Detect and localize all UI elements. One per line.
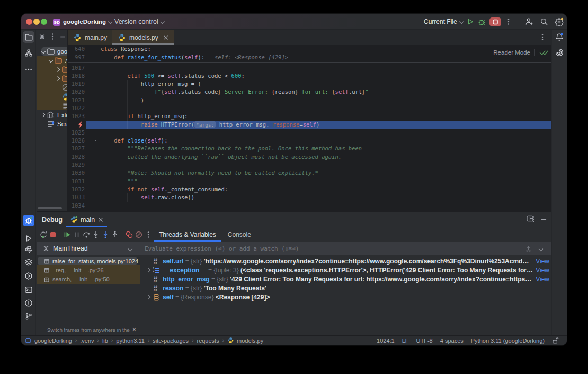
step-into-my-code-button[interactable]: [101, 230, 110, 239]
services-tool-button[interactable]: [23, 270, 34, 282]
variable-row-http_error_msg[interactable]: 1001http_error_msg = {str} '429 Client E…: [142, 274, 551, 283]
debug-tab-console[interactable]: Console: [222, 227, 257, 242]
frame-row[interactable]: _req, __init__.py:26: [37, 265, 140, 274]
variable-row-reason[interactable]: 1001reason = {str} 'Too Many Requests': [142, 284, 551, 293]
more-actions-button[interactable]: [504, 17, 513, 26]
tree-item[interactable]: [37, 83, 68, 92]
debug-band: MainThread Evaluate expression (⏎) or ad…: [37, 242, 551, 255]
tree-item-googleDorking[interactable]: googleDorking: [37, 47, 68, 56]
debug-button[interactable]: [477, 17, 486, 26]
layout-settings-icon[interactable]: [526, 215, 534, 222]
encoding-widget[interactable]: UTF-8: [416, 337, 433, 344]
view-link[interactable]: View: [536, 275, 549, 283]
tree-item-.venv[interactable]: .venv: [37, 56, 68, 65]
editor-tab-models.py[interactable]: models.py: [112, 30, 174, 45]
vcs-widget[interactable]: Version control: [114, 14, 165, 30]
settings-button[interactable]: [555, 17, 563, 26]
window-close-button[interactable]: [26, 19, 32, 25]
tree-item-External Libraries[interactable]: External Libraries: [37, 110, 68, 119]
add-watch-icon[interactable]: [524, 245, 532, 253]
project-widget[interactable]: googleDorking: [63, 14, 112, 30]
window-minimize-button[interactable]: [33, 19, 40, 25]
tree-item[interactable]: [37, 92, 68, 101]
view-breakpoints-button[interactable]: [125, 230, 133, 239]
close-icon[interactable]: ✕: [132, 326, 137, 333]
chevron-spacer: [56, 85, 60, 90]
reader-mode-label[interactable]: Reader Mode: [493, 49, 530, 56]
more-button[interactable]: [144, 230, 153, 239]
code-editor[interactable]: 10171018 elif 500 <= self.status_code < …: [68, 45, 551, 211]
run-configuration-widget[interactable]: Current File: [424, 14, 464, 30]
inspections-ok-icon[interactable]: [539, 49, 549, 56]
horizontal-scrollbar[interactable]: [38, 207, 62, 209]
problems-tool-button[interactable]: [23, 297, 34, 309]
thread-selector[interactable]: MainThread: [37, 242, 140, 255]
run-button[interactable]: [466, 17, 475, 26]
options-menu-icon[interactable]: [49, 33, 56, 40]
notifications-button[interactable]: [554, 31, 565, 43]
tree-item[interactable]: [37, 65, 68, 74]
chevron-right-icon[interactable]: [145, 293, 152, 301]
collapse-all-icon[interactable]: [39, 33, 46, 40]
line-ending-widget[interactable]: LF: [402, 337, 409, 344]
breadcrumb-requests[interactable]: requests: [197, 337, 219, 344]
pause-program-button[interactable]: [73, 230, 81, 239]
breadcrumb-googleDorking[interactable]: googleDorking: [34, 337, 72, 344]
step-into-button[interactable]: [92, 230, 100, 239]
editor-tab-main.py[interactable]: main.py: [68, 30, 112, 45]
breadcrumb-lib[interactable]: lib: [102, 337, 108, 344]
tree-item[interactable]: [37, 74, 68, 83]
close-icon[interactable]: [163, 34, 169, 41]
view-link[interactable]: View: [536, 257, 549, 265]
rerun-button[interactable]: [39, 230, 48, 239]
close-icon[interactable]: [97, 217, 104, 223]
hide-tool-window-icon[interactable]: [59, 33, 66, 40]
view-link[interactable]: View: [536, 266, 549, 274]
debug-hide-icon[interactable]: [538, 213, 549, 225]
editor-tabs-more-icon[interactable]: [539, 33, 546, 41]
svg-text:01: 01: [154, 279, 158, 283]
mute-breakpoints-button[interactable]: [135, 230, 143, 239]
variable-row-self.url[interactable]: 1001self.url = {str} 'https://www.google…: [142, 256, 551, 265]
python-console-tool-button[interactable]: [23, 256, 34, 268]
step-out-button[interactable]: [111, 230, 119, 239]
write-access-icon[interactable]: [552, 337, 559, 344]
chevron-right-icon[interactable]: [145, 266, 152, 274]
caret-position-widget[interactable]: 1024:1: [377, 337, 395, 344]
stop-button[interactable]: [489, 17, 501, 26]
more-tool-windows-tool-button[interactable]: [23, 64, 34, 75]
python-packages-tool-button[interactable]: [23, 244, 34, 255]
structure-tool-button[interactable]: [23, 47, 34, 59]
version-control-tool-button[interactable]: [23, 310, 34, 322]
variable-row-__exception__[interactable]: 12__exception__ = {tuple: 3} (<class 're…: [142, 265, 551, 274]
object-icon: [152, 293, 161, 301]
run-tool-button[interactable]: [23, 233, 34, 244]
debug-session-tab[interactable]: main: [68, 212, 105, 227]
terminal-tool-button[interactable]: [23, 284, 34, 296]
breadcrumb-.venv[interactable]: .venv: [80, 337, 94, 344]
window-maximize-button[interactable]: [41, 19, 47, 25]
chevron-down-icon: [41, 49, 46, 54]
search-everywhere-button[interactable]: [540, 17, 548, 26]
evaluate-expression-input[interactable]: Evaluate expression (⏎) or add a watch (…: [140, 242, 551, 255]
step-over-button[interactable]: [82, 230, 91, 239]
breadcrumb-site-packages[interactable]: site-packages: [153, 337, 189, 344]
breadcrumb-models.py[interactable]: models.py: [227, 337, 263, 344]
stop-button[interactable]: [49, 230, 57, 239]
indent-widget[interactable]: 4 spaces: [440, 337, 464, 344]
code-with-me-button[interactable]: [525, 17, 533, 26]
interpreter-widget[interactable]: Python 3.11 (googleDorking): [471, 337, 545, 344]
tree-item-Scratches and Consoles[interactable]: Scratches and Consoles: [37, 120, 68, 129]
tree-item[interactable]: [37, 101, 68, 110]
svg-text:01: 01: [154, 261, 158, 265]
debug-tool-button[interactable]: [23, 215, 34, 226]
resume-program-button[interactable]: [63, 230, 72, 239]
ai-assistant-button[interactable]: [554, 47, 565, 58]
variable-row-self[interactable]: self = {Response} <Response [429]>: [142, 293, 551, 302]
frame-row[interactable]: search, __init__.py:50: [37, 275, 140, 284]
debug-tab-threads-variables[interactable]: Threads & Variables: [153, 227, 222, 242]
chevron-down-icon[interactable]: [539, 247, 543, 251]
project-tool-button[interactable]: [23, 31, 34, 43]
frame-row[interactable]: raise_for_status, models.py:1024: [37, 256, 140, 265]
breadcrumb-python3.11[interactable]: python3.11: [116, 337, 145, 344]
